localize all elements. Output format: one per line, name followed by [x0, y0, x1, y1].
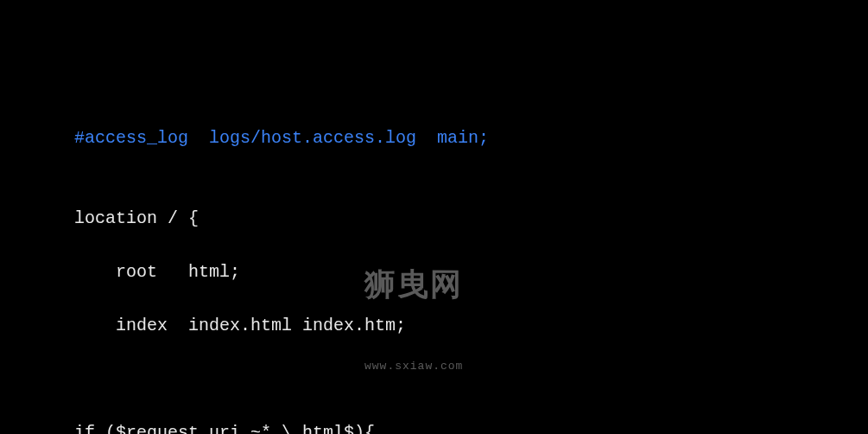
code-line: index index.html index.htm; — [74, 312, 868, 339]
code-comment-line: #access_log logs/host.access.log main; — [74, 124, 868, 151]
code-line: root html; — [74, 258, 868, 285]
watermark: 狮曳网 www.sxiaw.com — [364, 218, 463, 402]
code-line: location / { — [74, 205, 868, 232]
code-line: if ($request_uri ~* \.html$){ — [74, 419, 868, 434]
watermark-url: www.sxiaw.com — [364, 358, 463, 375]
